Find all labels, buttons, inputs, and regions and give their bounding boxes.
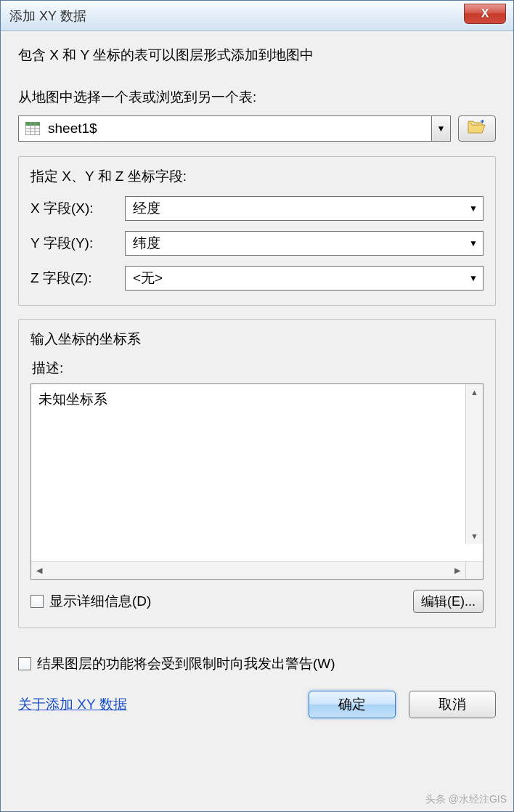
xyz-fields-group: 指定 X、Y 和 Z 坐标字段: X 字段(X): 经度 ▼ Y 字段(Y): … [18,156,496,306]
description-content: 未知坐标系 ▲ ▼ [31,384,483,561]
about-link[interactable]: 关于添加 XY 数据 [18,695,127,714]
ok-button-label: 确定 [338,695,366,714]
y-field-row: Y 字段(Y): 纬度 ▼ [30,231,484,256]
x-field-value: 经度 [133,199,160,218]
y-field-value: 纬度 [133,234,160,253]
close-button[interactable]: X [464,4,506,24]
detail-row: 显示详细信息(D) 编辑(E)... [30,590,484,613]
warn-checkbox[interactable] [18,657,31,670]
chevron-down-icon: ▼ [464,238,483,248]
z-field-dropdown[interactable]: <无> ▼ [125,266,484,291]
table-icon [25,121,41,137]
scrollbar-corner [465,561,483,579]
warn-checkbox-label[interactable]: 结果图层的功能将会受到限制时向我发出警告(W) [37,654,335,673]
chevron-down-icon: ▼ [464,203,483,214]
edit-button[interactable]: 编辑(E)... [413,590,484,613]
window-title: 添加 XY 数据 [9,7,86,25]
combo-dropdown-arrow[interactable]: ▼ [431,116,450,141]
table-select-row: sheet1$ ▼ [18,115,496,142]
coord-system-legend: 输入坐标的坐标系 [26,330,145,349]
scroll-left-icon[interactable]: ◀ [31,562,47,579]
ok-button[interactable]: 确定 [309,691,396,718]
chevron-down-icon: ▼ [464,273,483,283]
bottom-row: 关于添加 XY 数据 确定 取消 [18,691,496,718]
scroll-right-icon[interactable]: ▶ [449,562,465,579]
xyz-fields-legend: 指定 X、Y 和 Z 坐标字段: [26,167,191,186]
description-label: 描述: [30,359,484,378]
table-select-value: sheet1$ [48,121,431,137]
titlebar: 添加 XY 数据 X [1,1,513,31]
show-detail-label[interactable]: 显示详细信息(D) [49,592,151,611]
folder-open-icon [468,120,486,138]
edit-button-label: 编辑(E)... [421,593,476,610]
dialog-content: 包含 X 和 Y 坐标的表可以图层形式添加到地图中 从地图中选择一个表或浏览到另… [1,31,513,811]
x-field-row: X 字段(X): 经度 ▼ [30,196,484,221]
scroll-down-icon[interactable]: ▼ [466,528,483,544]
horizontal-scrollbar[interactable]: ◀ ▶ [31,561,465,579]
x-field-dropdown[interactable]: 经度 ▼ [125,196,484,221]
cancel-button-label: 取消 [438,695,466,714]
description-value: 未知坐标系 [38,391,107,407]
y-field-dropdown[interactable]: 纬度 ▼ [125,231,484,256]
warn-checkbox-row: 结果图层的功能将会受到限制时向我发出警告(W) [18,654,496,673]
button-group: 确定 取消 [309,691,496,718]
cancel-button[interactable]: 取消 [409,691,496,718]
description-textarea[interactable]: 未知坐标系 ▲ ▼ ◀ ▶ [30,383,484,580]
show-detail-checkbox-row: 显示详细信息(D) [30,592,151,611]
dialog-window: 添加 XY 数据 X 包含 X 和 Y 坐标的表可以图层形式添加到地图中 从地图… [0,0,514,812]
coord-system-group: 输入坐标的坐标系 描述: 未知坐标系 ▲ ▼ ◀ ▶ [18,319,496,628]
svg-rect-1 [25,122,40,126]
y-field-label: Y 字段(Y): [30,234,125,253]
z-field-label: Z 字段(Z): [30,269,125,288]
scroll-up-icon[interactable]: ▲ [466,384,483,400]
z-field-row: Z 字段(Z): <无> ▼ [30,266,484,291]
browse-button[interactable] [458,115,496,142]
table-select-combo[interactable]: sheet1$ ▼ [18,115,451,142]
show-detail-checkbox[interactable] [30,595,44,608]
z-field-value: <无> [133,269,163,288]
close-icon: X [481,7,489,20]
vertical-scrollbar[interactable]: ▲ ▼ [465,384,483,544]
x-field-label: X 字段(X): [30,199,125,218]
table-select-label: 从地图中选择一个表或浏览到另一个表: [18,88,496,107]
intro-text: 包含 X 和 Y 坐标的表可以图层形式添加到地图中 [18,46,496,65]
